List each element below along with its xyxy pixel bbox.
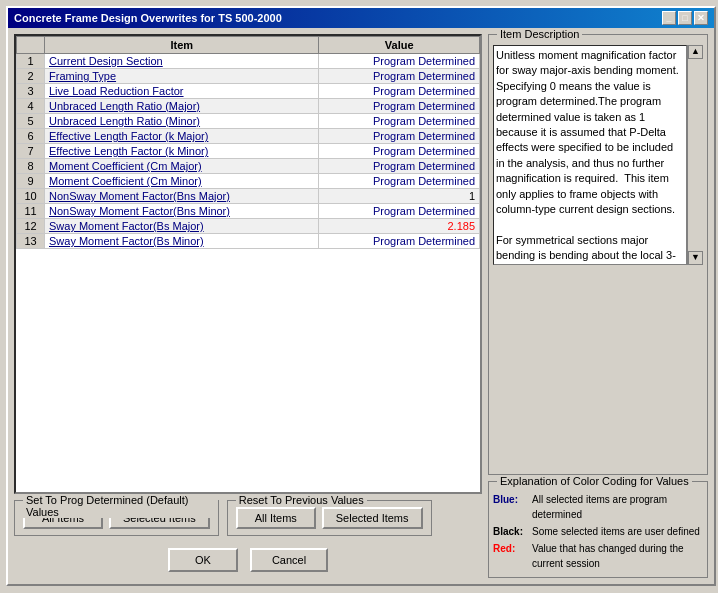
reset-all-items-button[interactable]: All Items <box>236 507 316 529</box>
color-coding-content: Blue: All selected items are program det… <box>493 492 703 571</box>
row-item[interactable]: Unbraced Length Ratio (Major) <box>45 99 319 114</box>
blue-text: All selected items are program determine… <box>532 492 703 522</box>
table-row: 12Sway Moment Factor(Bs Major)2.185 <box>17 219 480 234</box>
reset-to-prev-title: Reset To Previous Values <box>236 494 367 506</box>
cancel-button[interactable]: Cancel <box>250 548 328 572</box>
window-title: Concrete Frame Design Overwrites for TS … <box>14 12 282 24</box>
reset-selected-items-button[interactable]: Selected Items <box>322 507 423 529</box>
overwrites-table-container[interactable]: Item Value 1Current Design SectionProgra… <box>14 34 482 494</box>
left-panel: Item Value 1Current Design SectionProgra… <box>14 34 482 578</box>
table-row: 1Current Design SectionProgram Determine… <box>17 54 480 69</box>
close-button[interactable]: ✕ <box>694 11 708 25</box>
row-num: 8 <box>17 159 45 174</box>
table-row: 13Sway Moment Factor(Bs Minor)Program De… <box>17 234 480 249</box>
col-value: Value <box>319 37 480 54</box>
description-group-title: Item Description <box>497 28 582 40</box>
black-row: Black: Some selected items are user defi… <box>493 524 703 539</box>
red-label: Red: <box>493 541 528 571</box>
table-row: 3Live Load Reduction FactorProgram Deter… <box>17 84 480 99</box>
row-item[interactable]: Current Design Section <box>45 54 319 69</box>
row-num: 10 <box>17 189 45 204</box>
table-row: 7Effective Length Factor (k Minor)Progra… <box>17 144 480 159</box>
table-row: 4Unbraced Length Ratio (Major)Program De… <box>17 99 480 114</box>
row-item[interactable]: Unbraced Length Ratio (Minor) <box>45 114 319 129</box>
overwrites-table: Item Value 1Current Design SectionProgra… <box>16 36 480 249</box>
color-coding-title: Explanation of Color Coding for Values <box>497 475 692 487</box>
description-text[interactable]: Unitless moment magnification factor for… <box>493 45 687 265</box>
row-num: 2 <box>17 69 45 84</box>
item-description-group: Item Description Unitless moment magnifi… <box>488 34 708 475</box>
scroll-down-button[interactable]: ▼ <box>688 251 703 265</box>
row-value: Program Determined <box>319 114 480 129</box>
table-row: 5Unbraced Length Ratio (Minor)Program De… <box>17 114 480 129</box>
row-num: 11 <box>17 204 45 219</box>
row-item[interactable]: Sway Moment Factor(Bs Minor) <box>45 234 319 249</box>
right-panel: Item Description Unitless moment magnifi… <box>488 34 708 578</box>
row-item[interactable]: Moment Coefficient (Cm Major) <box>45 159 319 174</box>
row-item[interactable]: Live Load Reduction Factor <box>45 84 319 99</box>
table-row: 8Moment Coefficient (Cm Major)Program De… <box>17 159 480 174</box>
reset-to-prev-group: Reset To Previous Values All Items Selec… <box>227 500 432 536</box>
black-text: Some selected items are user defined <box>532 524 700 539</box>
content-area: Item Value 1Current Design SectionProgra… <box>8 28 714 584</box>
row-item[interactable]: NonSway Moment Factor(Bns Major) <box>45 189 319 204</box>
row-value: 1 <box>319 189 480 204</box>
row-value: Program Determined <box>319 54 480 69</box>
row-item[interactable]: Effective Length Factor (k Major) <box>45 129 319 144</box>
table-row: 11NonSway Moment Factor(Bns Minor)Progra… <box>17 204 480 219</box>
maximize-button[interactable]: □ <box>678 11 692 25</box>
set-to-prog-group: Set To Prog Determined (Default) Values … <box>14 500 219 536</box>
desc-wrapper: Unitless moment magnification factor for… <box>493 45 703 265</box>
col-num <box>17 37 45 54</box>
row-num: 3 <box>17 84 45 99</box>
color-coding-group: Explanation of Color Coding for Values B… <box>488 481 708 578</box>
row-num: 1 <box>17 54 45 69</box>
row-num: 6 <box>17 129 45 144</box>
row-item[interactable]: NonSway Moment Factor(Bns Minor) <box>45 204 319 219</box>
table-row: 2Framing TypeProgram Determined <box>17 69 480 84</box>
row-item[interactable]: Sway Moment Factor(Bs Major) <box>45 219 319 234</box>
row-value: Program Determined <box>319 144 480 159</box>
row-item[interactable]: Effective Length Factor (k Minor) <box>45 144 319 159</box>
row-value: Program Determined <box>319 99 480 114</box>
row-value: Program Determined <box>319 159 480 174</box>
row-num: 5 <box>17 114 45 129</box>
row-num: 4 <box>17 99 45 114</box>
red-text: Value that has changed during the curren… <box>532 541 703 571</box>
scroll-up-button[interactable]: ▲ <box>688 45 703 59</box>
row-value: Program Determined <box>319 84 480 99</box>
ok-button[interactable]: OK <box>168 548 238 572</box>
row-value: Program Determined <box>319 234 480 249</box>
table-row: 6Effective Length Factor (k Major)Progra… <box>17 129 480 144</box>
row-value: Program Determined <box>319 174 480 189</box>
red-row: Red: Value that has changed during the c… <box>493 541 703 571</box>
title-bar-buttons: _ □ ✕ <box>662 11 708 25</box>
set-to-prog-title: Set To Prog Determined (Default) Values <box>23 494 218 518</box>
table-row: 9Moment Coefficient (Cm Minor)Program De… <box>17 174 480 189</box>
bottom-section: Set To Prog Determined (Default) Values … <box>14 500 482 536</box>
row-value: 2.185 <box>319 219 480 234</box>
description-scrollbar[interactable]: ▲ ▼ <box>687 45 703 265</box>
black-label: Black: <box>493 524 528 539</box>
row-item[interactable]: Framing Type <box>45 69 319 84</box>
row-num: 7 <box>17 144 45 159</box>
minimize-button[interactable]: _ <box>662 11 676 25</box>
row-value: Program Determined <box>319 129 480 144</box>
blue-row: Blue: All selected items are program det… <box>493 492 703 522</box>
table-row: 10NonSway Moment Factor(Bns Major)1 <box>17 189 480 204</box>
row-item[interactable]: Moment Coefficient (Cm Minor) <box>45 174 319 189</box>
row-num: 9 <box>17 174 45 189</box>
title-bar: Concrete Frame Design Overwrites for TS … <box>8 8 714 28</box>
blue-label: Blue: <box>493 492 528 522</box>
col-item: Item <box>45 37 319 54</box>
dialog-buttons: OK Cancel <box>14 542 482 578</box>
main-window: Concrete Frame Design Overwrites for TS … <box>6 6 716 586</box>
row-num: 13 <box>17 234 45 249</box>
row-value: Program Determined <box>319 204 480 219</box>
row-num: 12 <box>17 219 45 234</box>
row-value: Program Determined <box>319 69 480 84</box>
